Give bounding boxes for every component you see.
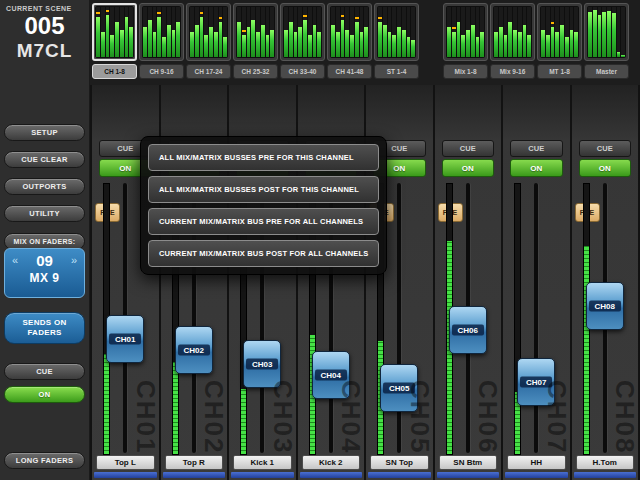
meter-bank: CH 17-24 (186, 3, 231, 85)
popup-item-all-busses-post-this-channel[interactable]: ALL MIX/MATRIX BUSSES POST FOR THIS CHAN… (148, 176, 379, 203)
bank-meter-box (327, 3, 372, 61)
fader-cap-label: CH07 (520, 377, 552, 388)
fader-track (397, 183, 401, 453)
bank-bars (236, 6, 275, 58)
channel-color-bar (231, 472, 294, 478)
bank-meter-box (490, 3, 535, 61)
bank-meter-box (186, 3, 231, 61)
channel-color-bar (437, 472, 500, 478)
bank-bars (330, 6, 369, 58)
tab-ch-17-24[interactable]: CH 17-24 (186, 64, 231, 79)
channel-number-watermark: CH01 (133, 380, 159, 454)
fader-cap[interactable]: CH01 (106, 315, 144, 363)
meter-bank: CH 41-48 (327, 3, 372, 85)
fader-cap[interactable]: CH05 (380, 364, 418, 412)
channel-cue-button[interactable]: CUE (579, 140, 632, 157)
channel-number-watermark: CH02 (201, 380, 227, 454)
fader-cap-label: CH02 (178, 345, 210, 356)
meter-bank: CH 25-32 (233, 3, 278, 85)
channel-color-bar (163, 472, 226, 478)
fader-track (534, 183, 538, 453)
bank-bars (493, 6, 532, 58)
setup-button[interactable]: SETUP (4, 124, 85, 141)
meter-bank: CH 1-8 (92, 3, 137, 85)
fader-cap[interactable]: CH07 (517, 358, 555, 406)
cue-clear-button[interactable]: CUE CLEAR (4, 151, 85, 168)
long-faders-button[interactable]: LONG FADERS (4, 452, 85, 469)
channel-number-watermark: CH08 (612, 380, 638, 454)
fader-cap-label: CH08 (589, 301, 621, 312)
fader-cap[interactable]: CH06 (449, 306, 487, 354)
tab-ch-33-40[interactable]: CH 33-40 (280, 64, 325, 79)
channel-name[interactable]: HH (507, 455, 566, 470)
tab-mix-9-16[interactable]: Mix 9-16 (490, 64, 535, 79)
bank-meter-box (233, 3, 278, 61)
channel-color-bar (574, 472, 637, 478)
bank-meter-box (280, 3, 325, 61)
channel-on-button[interactable]: ON (442, 159, 495, 177)
fader-cap-label: CH04 (315, 370, 347, 381)
tab-ch-25-32[interactable]: CH 25-32 (233, 64, 278, 79)
channel-name[interactable]: Top L (96, 455, 155, 470)
bank-meter-box (537, 3, 582, 61)
tab-st-1-4[interactable]: ST 1-4 (374, 64, 419, 79)
meter-bank: MT 1-8 (537, 3, 582, 85)
channel-name[interactable]: H.Tom (576, 455, 635, 470)
channel-name[interactable]: Top R (165, 455, 224, 470)
bank-bars (283, 6, 322, 58)
meter-bank: CH 9-16 (139, 3, 184, 85)
channel-number-watermark: CH06 (475, 380, 501, 454)
bank-bars (95, 6, 134, 58)
channel-cue-button[interactable]: CUE (510, 140, 563, 157)
channel-strip: CUE ON PRE CH08 CH08 H.Tom (572, 85, 639, 480)
channel-strip: CUE ON PRE CH07 CH07 HH (503, 85, 570, 480)
sidebar-cue-button[interactable]: CUE (4, 363, 85, 380)
tab-master[interactable]: Master (584, 64, 629, 79)
popup-item-current-bus-pre-all-channels[interactable]: CURRENT MIX/MATRIX BUS PRE FOR ALL CHANN… (148, 208, 379, 235)
bank-bars (446, 6, 485, 58)
channel-color-bar (368, 472, 431, 478)
tab-ch-9-16[interactable]: CH 9-16 (139, 64, 184, 79)
meter-bank: ST 1-4 (374, 3, 419, 85)
channel-cue-button[interactable]: CUE (442, 140, 495, 157)
sends-on-faders-button[interactable]: SENDS ON FADERS (4, 312, 85, 344)
tab-mt-1-8[interactable]: MT 1-8 (537, 64, 582, 79)
channel-name[interactable]: Kick 2 (302, 455, 361, 470)
channel-name[interactable]: SN Btm (439, 455, 498, 470)
mix-next-arrow[interactable]: » (71, 255, 77, 266)
fader-cap[interactable]: CH03 (243, 340, 281, 388)
channel-name[interactable]: SN Top (370, 455, 429, 470)
fader-cap-label: CH03 (246, 359, 278, 370)
fader-cap[interactable]: CH08 (586, 282, 624, 330)
fader-cap[interactable]: CH02 (175, 326, 213, 374)
fader-cap[interactable]: CH04 (312, 351, 350, 399)
bank-meter-box (374, 3, 419, 61)
channel-color-bar (300, 472, 363, 478)
popup-item-all-busses-pre-this-channel[interactable]: ALL MIX/MATRIX BUSSES PRE FOR THIS CHANN… (148, 144, 379, 171)
channel-on-button[interactable]: ON (510, 159, 563, 177)
tab-ch-1-8[interactable]: CH 1-8 (92, 64, 137, 79)
channel-meter-fill (173, 362, 178, 454)
sends-pre-post-menu: ALL MIX/MATRIX BUSSES PRE FOR THIS CHANN… (140, 136, 387, 275)
mix-select-row: « 09 » (5, 249, 84, 268)
tab-ch-41-48[interactable]: CH 41-48 (327, 64, 372, 79)
m7cl-mixer-app: CURRENT SCENE 005 M7CL CH 1-8 CH 9-16 CH… (0, 0, 640, 480)
channel-color-bar (94, 472, 157, 478)
meter-bank: Mix 1-8 (443, 3, 488, 85)
bank-bars (189, 6, 228, 58)
channel-strip: CUE ON PRE CH06 CH06 SN Btm (435, 85, 502, 480)
sidebar-on-button[interactable]: ON (4, 386, 85, 403)
mix-prev-arrow[interactable]: « (12, 255, 18, 266)
popup-item-current-bus-post-all-channels[interactable]: CURRENT MIX/MATRIX BUS POST FOR ALL CHAN… (148, 240, 379, 267)
meter-bank: Mix 9-16 (490, 3, 535, 85)
utility-button[interactable]: UTILITY (4, 205, 85, 222)
outports-button[interactable]: OUTPORTS (4, 178, 85, 195)
scene-number: 005 (0, 12, 89, 40)
channel-name[interactable]: Kick 1 (233, 455, 292, 470)
channel-on-button[interactable]: ON (579, 159, 632, 177)
tab-mix-1-8[interactable]: Mix 1-8 (443, 64, 488, 79)
sidebar: SETUP CUE CLEAR OUTPORTS UTILITY MIX ON … (0, 85, 90, 480)
meter-bank: CH 33-40 (280, 3, 325, 85)
bank-meter-box (584, 3, 629, 61)
scene-panel: CURRENT SCENE 005 M7CL (0, 0, 90, 85)
